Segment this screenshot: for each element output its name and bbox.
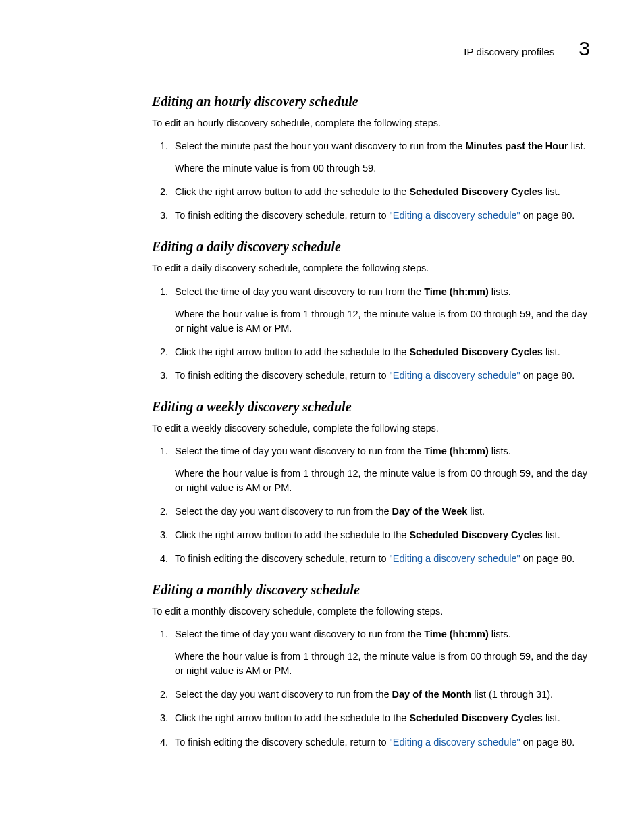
- step-text-post: list.: [568, 140, 586, 151]
- step-text: To finish editing the discovery schedule…: [175, 370, 574, 381]
- step-text: Select the day you want discovery to run…: [175, 689, 553, 700]
- step-text: To finish editing the discovery schedule…: [175, 553, 574, 564]
- step-item: Click the right arrow button to add the …: [171, 185, 590, 199]
- step-bold-term: Time (hh:mm): [424, 286, 489, 297]
- step-bold-term: Minutes past the Hour: [465, 140, 568, 151]
- step-text-pre: Select the day you want discovery to run…: [175, 506, 392, 517]
- step-text: To finish editing the discovery schedule…: [175, 737, 574, 748]
- chapter-number: 3: [579, 37, 590, 60]
- step-text-pre: To finish editing the discovery schedule…: [175, 553, 390, 564]
- step-text: To finish editing the discovery schedule…: [175, 210, 574, 221]
- step-text: Click the right arrow button to add the …: [175, 346, 560, 357]
- step-item: To finish editing the discovery schedule…: [171, 735, 590, 750]
- step-item: Click the right arrow button to add the …: [171, 711, 590, 725]
- step-text-post: lists.: [489, 446, 511, 457]
- step-text-pre: Click the right arrow button to add the …: [175, 529, 409, 540]
- section-intro: To edit an hourly discovery schedule, co…: [152, 116, 590, 130]
- step-item: To finish editing the discovery schedule…: [171, 552, 590, 566]
- step-text-pre: Click the right arrow button to add the …: [175, 186, 409, 197]
- section-heading: Editing a daily discovery schedule: [152, 239, 590, 255]
- step-bold-term: Time (hh:mm): [424, 446, 489, 457]
- step-text-post: list.: [467, 506, 485, 517]
- step-bold-term: Scheduled Discovery Cycles: [409, 186, 542, 197]
- cross-reference-link[interactable]: "Editing a discovery schedule": [390, 553, 520, 564]
- step-text: Select the day you want discovery to run…: [175, 506, 485, 517]
- step-text-post: lists.: [489, 629, 511, 640]
- step-text-post: list.: [543, 712, 560, 723]
- step-text-post: list.: [543, 346, 560, 357]
- step-text-post: list (1 through 31).: [471, 689, 553, 700]
- step-bold-term: Scheduled Discovery Cycles: [409, 529, 542, 540]
- step-bold-term: Scheduled Discovery Cycles: [409, 346, 542, 357]
- section-heading: Editing a monthly discovery schedule: [152, 582, 590, 598]
- step-text: Click the right arrow button to add the …: [175, 186, 560, 197]
- step-text-post: list.: [543, 186, 560, 197]
- step-text-post: on page 80.: [520, 737, 575, 748]
- step-list: Select the time of day you want discover…: [152, 285, 590, 383]
- step-item: Select the time of day you want discover…: [171, 627, 590, 678]
- step-bold-term: Scheduled Discovery Cycles: [409, 712, 542, 723]
- step-note: Where the hour value is from 1 through 1…: [175, 650, 590, 678]
- step-list: Select the time of day you want discover…: [152, 627, 590, 749]
- step-bold-term: Day of the Month: [392, 689, 472, 700]
- step-text-pre: To finish editing the discovery schedule…: [175, 737, 390, 748]
- step-item: Select the day you want discovery to run…: [171, 687, 590, 702]
- step-text-post: list.: [543, 529, 560, 540]
- step-list: Select the minute past the hour you want…: [152, 139, 590, 223]
- step-text-pre: Select the time of day you want discover…: [175, 629, 424, 640]
- step-text: Click the right arrow button to add the …: [175, 529, 560, 540]
- step-text: Select the time of day you want discover…: [175, 629, 511, 640]
- step-text-post: on page 80.: [520, 370, 575, 381]
- step-text-pre: Select the day you want discovery to run…: [175, 689, 392, 700]
- step-item: Select the time of day you want discover…: [171, 444, 590, 495]
- cross-reference-link[interactable]: "Editing a discovery schedule": [390, 737, 520, 748]
- step-text-pre: To finish editing the discovery schedule…: [175, 210, 390, 221]
- step-list: Select the time of day you want discover…: [152, 444, 590, 566]
- step-text-pre: To finish editing the discovery schedule…: [175, 370, 390, 381]
- step-text-pre: Click the right arrow button to add the …: [175, 346, 409, 357]
- step-item: To finish editing the discovery schedule…: [171, 369, 590, 383]
- section-heading: Editing an hourly discovery schedule: [152, 94, 590, 109]
- section-intro: To edit a weekly discovery schedule, com…: [152, 421, 590, 435]
- cross-reference-link[interactable]: "Editing a discovery schedule": [390, 210, 520, 221]
- step-text: Click the right arrow button to add the …: [175, 712, 560, 723]
- step-item: Select the time of day you want discover…: [171, 285, 590, 336]
- step-note: Where the minute value is from 00 throug…: [175, 161, 590, 176]
- step-item: Click the right arrow button to add the …: [171, 345, 590, 359]
- section-heading: Editing a weekly discovery schedule: [152, 399, 590, 415]
- step-item: To finish editing the discovery schedule…: [171, 209, 590, 223]
- step-text-pre: Select the minute past the hour you want…: [175, 140, 465, 151]
- step-text: Select the time of day you want discover…: [175, 446, 511, 457]
- step-bold-term: Time (hh:mm): [424, 629, 489, 640]
- step-text-pre: Select the time of day you want discover…: [175, 446, 424, 457]
- step-note: Where the hour value is from 1 through 1…: [175, 467, 590, 495]
- step-text-post: on page 80.: [520, 553, 575, 564]
- step-text-pre: Select the time of day you want discover…: [175, 286, 424, 297]
- cross-reference-link[interactable]: "Editing a discovery schedule": [390, 370, 520, 381]
- step-item: Click the right arrow button to add the …: [171, 528, 590, 542]
- page-header: IP discovery profiles 3: [152, 37, 590, 60]
- step-text: Select the minute past the hour you want…: [175, 140, 585, 151]
- step-text-post: lists.: [489, 286, 511, 297]
- step-bold-term: Day of the Week: [392, 506, 468, 517]
- step-note: Where the hour value is from 1 through 1…: [175, 307, 590, 336]
- section-intro: To edit a daily discovery schedule, comp…: [152, 261, 590, 275]
- step-text-post: on page 80.: [520, 210, 575, 221]
- page-content: IP discovery profiles 3 Editing an hourl…: [0, 0, 644, 750]
- step-item: Select the minute past the hour you want…: [171, 139, 590, 176]
- header-title: IP discovery profiles: [464, 46, 554, 57]
- step-text-pre: Click the right arrow button to add the …: [175, 712, 409, 723]
- step-item: Select the day you want discovery to run…: [171, 504, 590, 519]
- section-intro: To edit a monthly discovery schedule, co…: [152, 604, 590, 618]
- step-text: Select the time of day you want discover…: [175, 286, 511, 297]
